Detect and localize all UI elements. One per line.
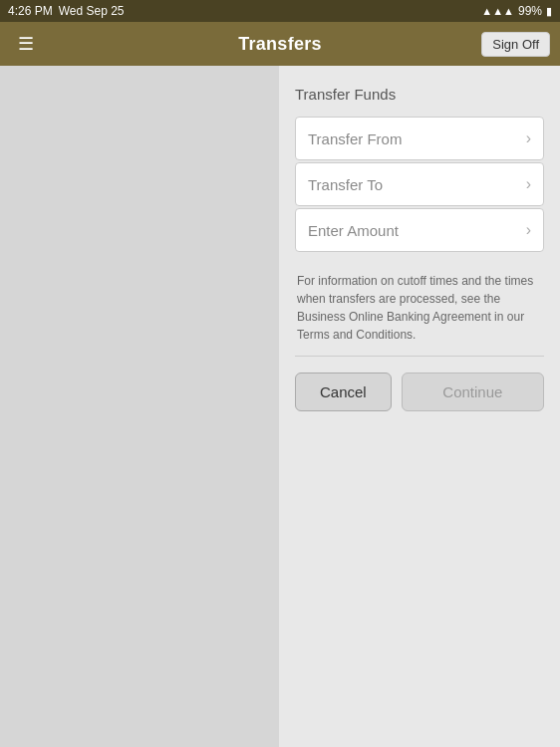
nav-bar: ☰ Transfers Sign Off [0, 22, 560, 66]
main-layout: Transfer Funds Transfer From › Transfer … [0, 66, 560, 747]
transfer-from-row[interactable]: Transfer From › [295, 117, 544, 160]
enter-amount-row[interactable]: Enter Amount › [295, 208, 544, 252]
transfer-to-label: Transfer To [308, 176, 383, 193]
status-left: 4:26 PM Wed Sep 25 [8, 4, 125, 18]
form-fields: Transfer From › Transfer To › Enter Amou… [295, 117, 544, 252]
section-title: Transfer Funds [295, 86, 544, 103]
hamburger-button[interactable]: ☰ [10, 29, 42, 59]
wifi-icon: ▲▲▲ [481, 5, 514, 17]
continue-button[interactable]: Continue [402, 373, 544, 411]
battery-display: 99% [518, 4, 542, 18]
sign-off-button[interactable]: Sign Off [481, 32, 550, 57]
action-buttons: Cancel Continue [295, 373, 544, 411]
date-display: Wed Sep 25 [59, 4, 125, 18]
divider [295, 356, 544, 357]
chevron-right-icon: › [526, 175, 531, 193]
page-title: Transfers [238, 34, 322, 55]
info-text: For information on cutoff times and the … [295, 268, 544, 356]
transfer-to-row[interactable]: Transfer To › [295, 162, 544, 206]
chevron-right-icon: › [526, 221, 531, 239]
sidebar [0, 66, 279, 747]
time-display: 4:26 PM [8, 4, 53, 18]
status-right: ▲▲▲ 99% ▮ [481, 4, 552, 18]
enter-amount-label: Enter Amount [308, 222, 399, 239]
battery-icon: ▮ [546, 5, 552, 18]
status-bar: 4:26 PM Wed Sep 25 ▲▲▲ 99% ▮ [0, 0, 560, 22]
cancel-button[interactable]: Cancel [295, 373, 392, 411]
chevron-right-icon: › [526, 129, 531, 147]
transfer-from-label: Transfer From [308, 130, 402, 147]
content-area: Transfer Funds Transfer From › Transfer … [279, 66, 560, 747]
